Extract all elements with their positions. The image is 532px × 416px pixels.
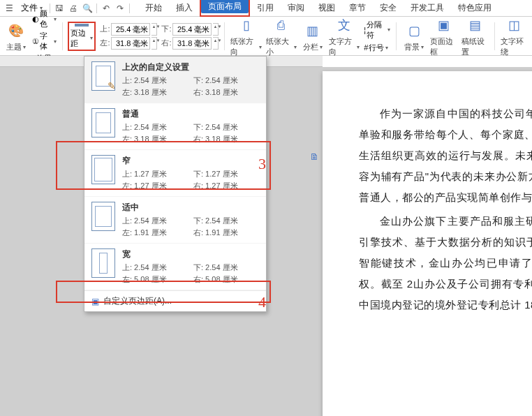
margin-val: 上: 2.54 厘米 [122,122,188,133]
margin-val: 左: 3.18 厘米 [122,87,188,98]
document-page[interactable]: 作为一家源自中国的科技公司年金山办公始终致力于把最简单验和服务带给每个人、每个家… [323,71,532,416]
margin-custom-button[interactable]: ▣ 自定义页边距(A)... [84,290,266,311]
margin-val: 下: 2.54 厘米 [193,122,259,133]
orientation-icon: ▯ [235,15,258,36]
textdir-icon: 文 [332,15,356,36]
margin-option-moderate[interactable]: 适中 上: 2.54 厘米 下: 2.54 厘米 左: 1.91 厘米 右: 1… [84,197,266,244]
margin-bottom-label: 下: [161,24,171,34]
doc-indicator-icon: 🗎 [309,151,320,162]
preview-icon[interactable]: 🔍 [81,2,94,15]
margin-thumb-icon [91,108,115,138]
margin-option-normal[interactable]: 普通 上: 2.54 厘米 下: 2.54 厘米 左: 3.18 厘米 右: 3… [84,103,266,150]
margin-right-label: 右: [161,38,171,48]
margin-spinners-right: 下:25.4 毫米▲▼ 右:31.8 毫米▲▼ [161,23,219,50]
doc-paragraph: 金山办公旗下主要产品和服主研发而形成，针对核心技术，引擎技术、基于大数据分析的知… [359,211,532,315]
undo-icon[interactable]: ↶ [100,2,112,15]
tab-dev[interactable]: 开发工具 [404,0,451,16]
border-icon: ▣ [432,15,456,36]
margin-dropdown: 上次的自定义设置 上: 2.54 厘米 下: 2.54 厘米 左: 3.18 厘… [84,56,267,312]
margin-left-input[interactable]: 31.8 毫米 [111,37,150,50]
tab-insert[interactable]: 插入 [169,0,200,16]
ribbon-tabs: 开始 插入 页面布局 引用 审阅 视图 章节 安全 开发工具 特色应用 [138,0,498,16]
margin-val: 右: 1.91 厘米 [193,228,259,238]
redo-icon[interactable]: ↷ [114,2,126,15]
page-margin-icon [75,24,89,27]
annotation-number-4: 4 [258,293,266,311]
margin-spinners-left: 上:25.4 毫米▲▼ 左:31.8 毫米▲▼ [100,23,157,50]
theme-icon: 🎨 [4,20,28,41]
spinner-icon[interactable]: ▲▼ [213,37,219,50]
margin-val: 左: 1.91 厘米 [122,228,188,238]
columns-icon: ▥ [301,20,325,41]
margin-right-input[interactable]: 31.8 毫米 [172,37,212,50]
margin-bottom-input[interactable]: 25.4 毫米 [172,23,212,36]
margin-val: 下: 2.54 厘米 [193,216,259,226]
ribbon: 🎨 主题▾ ◐ 颜色▾ ① 字体▾ ◊ 效果▾ 页边距▾ 上:25.4 毫米▲▼… [0,17,532,56]
margin-option-title: 宽 [122,248,259,260]
tab-start[interactable]: 开始 [138,0,169,16]
columns-button[interactable]: ▥分栏▾ [301,20,325,52]
margin-button[interactable]: 页边距▾ [71,24,93,48]
margin-option-last-custom[interactable]: 上次的自定义设置 上: 2.54 厘米 下: 2.54 厘米 左: 3.18 厘… [84,57,266,103]
margin-val: 上: 2.54 厘米 [122,216,188,226]
orientation-button[interactable]: ▯纸张方向▾ [230,15,261,57]
spinner-icon[interactable]: ▲▼ [152,37,157,50]
margin-thumb-icon [91,248,115,278]
tab-section[interactable]: 章节 [342,0,373,16]
paper-icon: ▤ [464,15,487,36]
custom-margin-icon: ▣ [91,297,99,306]
breaks-button[interactable]: ¦ 分隔符▾ [364,20,390,40]
tab-reference[interactable]: 引用 [250,0,281,16]
margin-val: 上: 2.54 厘米 [122,75,188,86]
menu-icon[interactable]: ☰ [3,2,15,15]
margin-val: 左: 3.18 厘米 [122,134,188,144]
margin-thumb-icon [91,61,115,91]
margin-val: 右: 5.08 厘米 [193,274,259,285]
margin-val: 右: 1.27 厘米 [193,181,259,191]
spinner-icon[interactable]: ▲▼ [152,23,157,36]
background-button[interactable]: ▢背景▾ [402,20,426,52]
margin-thumb-icon [91,202,115,231]
margin-top-input[interactable]: 25.4 毫米 [111,23,150,36]
margin-option-narrow[interactable]: 窄 上: 1.27 厘米 下: 1.27 厘米 左: 1.27 厘米 右: 1.… [84,150,266,197]
margin-val: 下: 1.27 厘米 [193,169,259,179]
annotation-number-3: 3 [258,155,266,173]
theme-button[interactable]: 🎨 主题▾ [4,20,28,52]
margin-val: 右: 3.18 厘米 [193,134,259,144]
linenum-button[interactable]: # 行号▾ [364,43,390,53]
tab-special[interactable]: 特色应用 [451,0,498,16]
font-button[interactable]: ① 字体▾ [32,31,57,52]
margin-option-title: 适中 [122,202,259,214]
margin-val: 下: 2.54 厘米 [193,262,259,273]
tab-review[interactable]: 审阅 [281,0,311,16]
margin-left-label: 左: [100,38,110,48]
margin-option-title: 窄 [122,155,259,167]
wrap-button[interactable]: ◫文字环绕 [501,15,528,57]
margin-val: 右: 3.18 厘米 [193,87,259,98]
textdir-button[interactable]: 文文字方向▾ [329,15,360,57]
tab-view[interactable]: 视图 [311,0,342,16]
papersize-icon: ⎙ [269,15,293,36]
margin-val: 左: 5.08 厘米 [122,274,188,285]
tab-page-layout[interactable]: 页面布局 [201,0,249,13]
paper-button[interactable]: ▤稿纸设置 [461,15,489,57]
wrap-icon: ◫ [503,15,526,36]
margin-group-highlight: 页边距▾ [68,22,96,51]
margin-val: 下: 2.54 厘米 [193,75,259,86]
doc-paragraph: 作为一家源自中国的科技公司年金山办公始终致力于把最简单验和服务带给每个人、每个家… [359,103,532,208]
background-icon: ▢ [402,20,426,41]
papersize-button[interactable]: ⎙纸张大小▾ [266,15,297,57]
margin-thumb-icon [91,155,115,184]
margin-option-wide[interactable]: 宽 上: 2.54 厘米 下: 2.54 厘米 左: 5.08 厘米 右: 5.… [84,244,266,290]
tab-security[interactable]: 安全 [373,0,404,16]
print-icon[interactable]: 🖨 [67,2,80,15]
margin-option-title: 普通 [122,108,259,120]
margin-val: 上: 2.54 厘米 [122,262,188,273]
margin-val: 上: 1.27 厘米 [122,169,188,179]
margin-top-label: 上: [100,24,110,34]
pageborder-button[interactable]: ▣页面边框 [430,15,457,57]
spinner-icon[interactable]: ▲▼ [213,23,219,36]
margin-option-title: 上次的自定义设置 [122,61,259,73]
color-button[interactable]: ◐ 颜色▾ [32,8,57,29]
margin-val: 左: 1.27 厘米 [122,181,188,191]
